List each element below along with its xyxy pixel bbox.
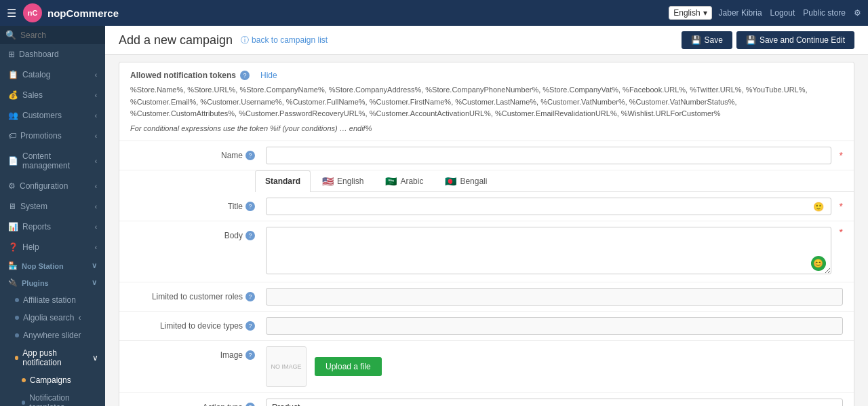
campaign-form: Allowed notification tokens ? Hide %Stor… bbox=[119, 62, 854, 406]
sidebar-section-nop-station[interactable]: 🏪 Nop Station ∨ bbox=[0, 257, 105, 274]
body-textarea[interactable] bbox=[266, 227, 831, 274]
plugins-icon: 🔌 bbox=[8, 278, 18, 287]
body-help-icon[interactable]: ? bbox=[245, 231, 255, 240]
arabic-tab-label: Arabic bbox=[400, 177, 423, 186]
logo: nC nopCommerce bbox=[23, 3, 119, 22]
upload-file-button[interactable]: Upload a file bbox=[315, 357, 382, 376]
title-help-icon[interactable]: ? bbox=[245, 202, 255, 211]
sidebar-section-plugins[interactable]: 🔌 Plugins ∨ bbox=[0, 274, 105, 291]
logout-link[interactable]: Logout bbox=[770, 8, 795, 18]
save-icon: 💾 bbox=[691, 35, 701, 45]
campaigns-label: Campaigns bbox=[30, 375, 71, 385]
emoji-icon[interactable]: 🙂 bbox=[813, 201, 824, 211]
action-type-select[interactable]: Product Category URL None bbox=[266, 399, 843, 406]
language-selector[interactable]: English ▾ bbox=[669, 6, 711, 20]
promotions-icon: 🏷 bbox=[8, 131, 16, 141]
name-required: * bbox=[840, 150, 843, 161]
action-type-select-wrap: Product Category URL None ▾ bbox=[266, 399, 843, 406]
help-icon: ❓ bbox=[8, 242, 18, 252]
page-header: Add a new campaign ⓘ back to campaign li… bbox=[105, 26, 868, 55]
back-to-campaign-list-link[interactable]: ⓘ back to campaign list bbox=[241, 35, 328, 46]
sidebar-sub-campaigns[interactable]: Campaigns bbox=[0, 371, 105, 389]
name-help-icon[interactable]: ? bbox=[245, 151, 255, 160]
body-emoji-button[interactable]: 😊 bbox=[811, 256, 826, 271]
page-title: Add a new campaign bbox=[119, 33, 233, 48]
sidebar-item-dashboard[interactable]: ⊞ Dashboard bbox=[0, 44, 105, 64]
limited-devices-label: Limited to device types ? bbox=[130, 317, 266, 331]
tab-standard[interactable]: Standard bbox=[255, 170, 311, 192]
search-input[interactable] bbox=[20, 31, 105, 40]
no-image-placeholder: NO IMAGE bbox=[266, 346, 307, 387]
sidebar-item-sales[interactable]: 💰 Sales ‹ bbox=[0, 85, 105, 105]
lang-tabs-row: Standard 🇺🇸 English 🇸🇦 Arabic 🇧🇩 Bengali bbox=[255, 170, 854, 192]
save-continue-icon: 💾 bbox=[746, 35, 756, 45]
tokens-content: %Store.Name%, %Store.URL%, %Store.Compan… bbox=[130, 84, 843, 120]
sidebar-search-box[interactable]: 🔍 bbox=[0, 26, 105, 44]
tab-english[interactable]: 🇺🇸 English bbox=[312, 170, 374, 191]
limited-roles-help-icon[interactable]: ? bbox=[245, 292, 255, 301]
sidebar-sub-algolia[interactable]: Algolia search ‹ bbox=[0, 309, 105, 327]
chevron-icon: ‹ bbox=[95, 158, 97, 165]
sidebar-item-catalog[interactable]: 📋 Catalog ‹ bbox=[0, 64, 105, 85]
user-menu: Jaber Kibria Logout Public store ⚙ bbox=[719, 8, 861, 18]
chevron-down-icon: ∨ bbox=[92, 278, 97, 287]
sidebar-sub-apppush[interactable]: App push notification ∨ bbox=[0, 344, 105, 371]
sidebar-item-content[interactable]: 📄 Content management ‹ bbox=[0, 146, 105, 176]
bengali-flag-icon: 🇧🇩 bbox=[445, 176, 456, 187]
chevron-icon: ‹ bbox=[95, 223, 97, 231]
sidebar-item-reports[interactable]: 📊 Reports ‹ bbox=[0, 217, 105, 237]
limited-roles-input[interactable] bbox=[266, 288, 843, 306]
action-type-help-icon[interactable]: ? bbox=[245, 403, 255, 406]
sidebar-item-customers[interactable]: 👥 Customers ‹ bbox=[0, 105, 105, 126]
hamburger-menu[interactable]: ☰ bbox=[7, 7, 16, 20]
dot-active-icon bbox=[15, 356, 18, 360]
limited-devices-input[interactable] bbox=[266, 317, 843, 335]
help-icon[interactable]: ? bbox=[240, 71, 250, 80]
sales-icon: 💰 bbox=[8, 90, 18, 100]
name-input[interactable] bbox=[266, 147, 831, 164]
notif-templates-label: Notification templates bbox=[29, 393, 98, 406]
chevron-down-icon: ∨ bbox=[92, 353, 98, 363]
chevron-icon: ‹ bbox=[95, 132, 97, 140]
sidebar-item-promotions[interactable]: 🏷 Promotions ‹ bbox=[0, 126, 105, 146]
sidebar-item-help[interactable]: ❓ Help ‹ bbox=[0, 237, 105, 257]
name-label: Name ? bbox=[130, 147, 266, 160]
action-type-control-wrap: Product Category URL None ▾ bbox=[266, 399, 843, 406]
sidebar-item-label: System bbox=[20, 202, 47, 211]
save-label: Save bbox=[705, 35, 723, 45]
save-button[interactable]: 💾 Save bbox=[682, 31, 732, 49]
hide-tokens-link[interactable]: Hide bbox=[260, 71, 277, 80]
anywhere-label: Anywhere slider bbox=[23, 331, 81, 340]
limited-roles-label: Limited to customer roles ? bbox=[130, 288, 266, 301]
image-label: Image ? bbox=[130, 346, 266, 360]
tab-bengali[interactable]: 🇧🇩 Bengali bbox=[435, 170, 497, 191]
tab-arabic[interactable]: 🇸🇦 Arabic bbox=[375, 170, 433, 191]
save-continue-button[interactable]: 💾 Save and Continue Edit bbox=[736, 31, 854, 49]
title-row: Title ? 🙂 * bbox=[119, 192, 854, 221]
algolia-label: Algolia search bbox=[23, 313, 74, 322]
user-name: Jaber Kibria bbox=[719, 8, 762, 18]
image-help-icon[interactable]: ? bbox=[245, 350, 255, 360]
title-input[interactable] bbox=[266, 198, 831, 215]
chevron-icon: ‹ bbox=[95, 71, 97, 79]
main-content: Add a new campaign ⓘ back to campaign li… bbox=[105, 26, 868, 406]
nopstation-label: Nop Station bbox=[22, 262, 64, 270]
sidebar-item-label: Dashboard bbox=[19, 50, 59, 59]
plugins-label: Plugins bbox=[22, 279, 49, 287]
public-store-link[interactable]: Public store bbox=[803, 8, 846, 18]
sidebar-sub-notif-templates[interactable]: Notification templates bbox=[0, 389, 105, 406]
settings-icon[interactable]: ⚙ bbox=[854, 8, 861, 18]
sidebar-item-system[interactable]: 🖥 System ‹ bbox=[0, 196, 105, 217]
nopstation-icon: 🏪 bbox=[8, 261, 18, 270]
limited-devices-help-icon[interactable]: ? bbox=[245, 321, 255, 331]
image-section: NO IMAGE Upload a file bbox=[266, 346, 382, 387]
limited-devices-row: Limited to device types ? bbox=[119, 312, 854, 341]
sidebar-sub-anywhere[interactable]: Anywhere slider bbox=[0, 327, 105, 344]
sidebar-item-configuration[interactable]: ⚙ Configuration ‹ bbox=[0, 176, 105, 196]
search-icon: 🔍 bbox=[5, 30, 16, 40]
back-link-text: back to campaign list bbox=[252, 35, 328, 45]
language-label: English bbox=[673, 8, 700, 18]
bengali-tab-label: Bengali bbox=[460, 177, 487, 186]
top-navigation: ☰ nC nopCommerce English ▾ Jaber Kibria … bbox=[0, 0, 868, 26]
sidebar-sub-affiliate[interactable]: Affiliate station bbox=[0, 291, 105, 309]
